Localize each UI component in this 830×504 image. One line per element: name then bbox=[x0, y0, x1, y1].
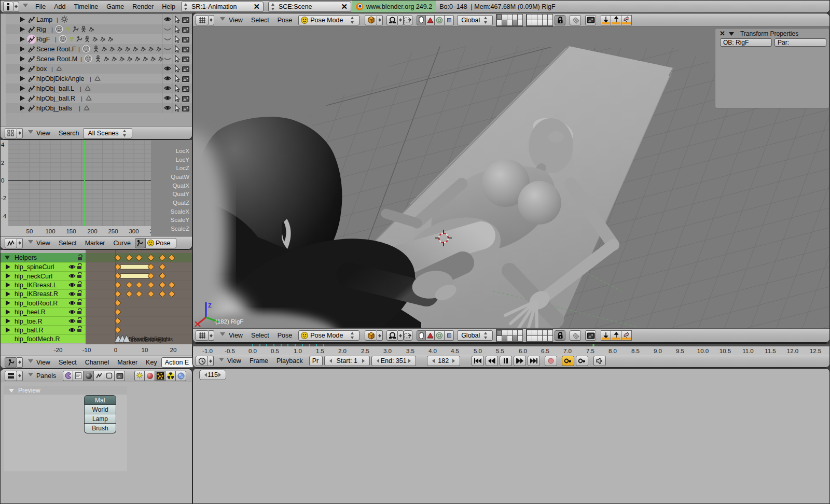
svg-text:ScaleX: ScaleX bbox=[171, 208, 190, 215]
svg-text:0: 0 bbox=[1, 177, 4, 184]
svg-text:5.0: 5.0 bbox=[474, 348, 482, 354]
svg-text:3.5: 3.5 bbox=[406, 348, 414, 354]
svg-text:2.5: 2.5 bbox=[361, 348, 369, 354]
svg-text:250: 250 bbox=[108, 228, 118, 234]
svg-text:QuatW: QuatW bbox=[171, 174, 189, 180]
svg-text:0: 0 bbox=[114, 347, 117, 353]
svg-text:0.0: 0.0 bbox=[248, 348, 257, 354]
svg-text:hlp_IKBreast.R: hlp_IKBreast.R bbox=[15, 290, 58, 298]
svg-text:box: box bbox=[36, 65, 47, 73]
svg-text:QuatY: QuatY bbox=[172, 191, 189, 197]
svg-text:|: | bbox=[81, 95, 82, 102]
svg-text:Scene Root.M: Scene Root.M bbox=[36, 55, 77, 63]
svg-text:20: 20 bbox=[170, 347, 177, 353]
svg-text:hlpObj_balls: hlpObj_balls bbox=[36, 105, 72, 112]
svg-text:ScaleY: ScaleY bbox=[171, 217, 190, 223]
svg-text:1.0: 1.0 bbox=[294, 348, 302, 354]
svg-text:2: 2 bbox=[1, 160, 4, 166]
svg-text:-4: -4 bbox=[1, 213, 7, 219]
svg-text:1.5: 1.5 bbox=[316, 348, 324, 354]
svg-text:hlp_footMech.R: hlp_footMech.R bbox=[15, 335, 60, 343]
svg-text:Helpers: Helpers bbox=[15, 254, 37, 261]
svg-text:hlp_spineCurl: hlp_spineCurl bbox=[15, 263, 54, 271]
svg-text:2.0: 2.0 bbox=[338, 348, 347, 354]
svg-text:Scene Root.F: Scene Root.F bbox=[36, 46, 76, 53]
svg-text:QuatZ: QuatZ bbox=[173, 200, 189, 206]
svg-text:-1.0: -1.0 bbox=[202, 348, 213, 354]
svg-text:|: | bbox=[79, 105, 80, 111]
svg-text:|: | bbox=[51, 66, 53, 72]
svg-text:3.0: 3.0 bbox=[383, 348, 392, 354]
svg-text:QuatX: QuatX bbox=[172, 183, 189, 189]
svg-text:|: | bbox=[78, 46, 80, 52]
svg-text:6.5: 6.5 bbox=[541, 348, 549, 354]
svg-text:100: 100 bbox=[45, 228, 55, 234]
svg-text:hlp_IKBreast.L: hlp_IKBreast.L bbox=[15, 282, 57, 289]
svg-text:|: | bbox=[80, 56, 82, 62]
svg-text:-20: -20 bbox=[54, 347, 63, 353]
svg-text:Rig: Rig bbox=[36, 26, 46, 33]
svg-text:9.0: 9.0 bbox=[654, 348, 662, 354]
svg-text:4: 4 bbox=[1, 142, 5, 148]
svg-text:PoseBothEvents: PoseBothEvents bbox=[132, 336, 170, 342]
svg-text:11.5: 11.5 bbox=[765, 348, 776, 354]
svg-text:-2: -2 bbox=[1, 195, 6, 201]
svg-text:9.5: 9.5 bbox=[676, 348, 684, 354]
svg-text:|: | bbox=[51, 26, 53, 33]
svg-text:8.0: 8.0 bbox=[608, 348, 617, 354]
svg-text:hlpObj_ball.R: hlpObj_ball.R bbox=[36, 95, 75, 102]
svg-text:0.5: 0.5 bbox=[271, 348, 279, 354]
svg-text:12.0: 12.0 bbox=[787, 348, 798, 354]
svg-text:10.0: 10.0 bbox=[697, 348, 709, 354]
svg-text:8.5: 8.5 bbox=[631, 348, 640, 354]
svg-text:|: | bbox=[80, 86, 81, 92]
svg-text:4.0: 4.0 bbox=[428, 348, 437, 354]
svg-text:hlp_neckCurl: hlp_neckCurl bbox=[15, 273, 52, 280]
svg-text:hlp_footRoot.R: hlp_footRoot.R bbox=[15, 300, 58, 307]
svg-text:7.5: 7.5 bbox=[586, 348, 594, 354]
svg-text:ScaleZ: ScaleZ bbox=[171, 226, 189, 232]
svg-text:10: 10 bbox=[142, 347, 148, 353]
svg-text:LocX: LocX bbox=[176, 148, 190, 154]
svg-text:LocY: LocY bbox=[176, 157, 190, 163]
svg-text:RigF: RigF bbox=[36, 36, 50, 43]
svg-text:|: | bbox=[90, 76, 91, 82]
svg-text:11.0: 11.0 bbox=[742, 348, 754, 354]
svg-text:|: | bbox=[55, 36, 57, 43]
svg-text:6.0: 6.0 bbox=[519, 348, 527, 354]
svg-text:10.5: 10.5 bbox=[720, 348, 731, 354]
svg-text:150: 150 bbox=[66, 228, 76, 234]
svg-text:hlp_ball.R: hlp_ball.R bbox=[15, 327, 44, 334]
svg-text:-10: -10 bbox=[82, 347, 91, 353]
svg-text:12.5: 12.5 bbox=[810, 348, 821, 354]
svg-text:hlp_heel.R: hlp_heel.R bbox=[15, 309, 46, 316]
svg-text:Z: Z bbox=[208, 302, 212, 309]
svg-text:-0.5: -0.5 bbox=[225, 348, 235, 354]
svg-text:hlp_toe.R: hlp_toe.R bbox=[15, 318, 43, 325]
svg-text:hlpObj_ball.L: hlpObj_ball.L bbox=[36, 85, 74, 92]
svg-text:|: | bbox=[57, 17, 58, 23]
svg-text:50: 50 bbox=[26, 228, 33, 234]
svg-text:hlpObjDickAngle: hlpObjDickAngle bbox=[36, 75, 84, 82]
svg-text:7.0: 7.0 bbox=[563, 348, 572, 354]
svg-text:(182) RigF: (182) RigF bbox=[215, 318, 243, 325]
svg-text:4.5: 4.5 bbox=[451, 348, 459, 354]
svg-text:Lamp: Lamp bbox=[36, 16, 52, 23]
svg-text:5.5: 5.5 bbox=[496, 348, 504, 354]
svg-text:300: 300 bbox=[129, 228, 139, 234]
svg-text:200: 200 bbox=[87, 228, 97, 234]
svg-text:LocZ: LocZ bbox=[176, 165, 189, 171]
